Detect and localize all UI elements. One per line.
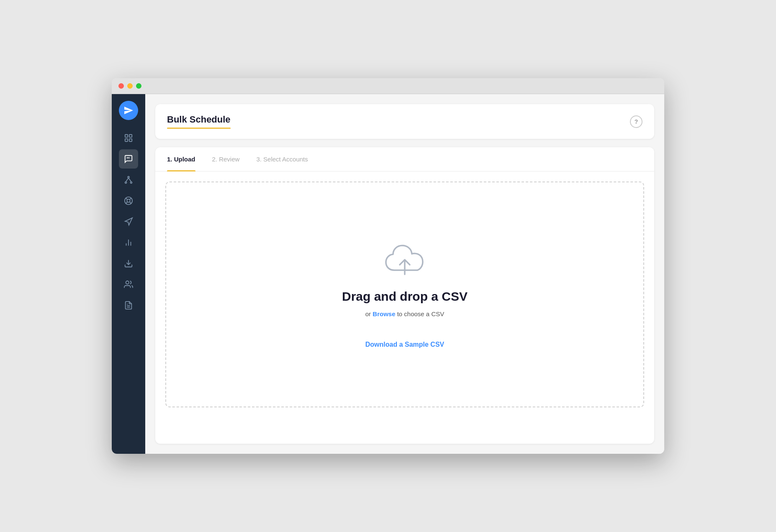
send-icon [123,105,134,115]
svg-line-9 [126,178,128,182]
svg-point-7 [125,182,127,184]
drop-subtitle-suffix: to choose a CSV [395,310,444,317]
drop-title: Drag and drop a CSV [342,289,468,304]
network-icon [124,175,133,184]
svg-rect-1 [129,135,132,137]
svg-rect-3 [129,139,132,141]
page-title: Bulk Schedule [167,114,231,125]
drop-zone[interactable]: Drag and drop a CSV or Browse to choose … [165,182,644,407]
tab-review[interactable]: 2. Review [212,147,240,171]
svg-point-21 [126,281,129,284]
sidebar-item-campaigns[interactable] [119,212,138,231]
app-container: Bulk Schedule ? 1. Upload 2. Review 3. S… [112,94,664,454]
traffic-light-maximize[interactable] [136,83,141,89]
sidebar-item-team[interactable] [119,275,138,294]
help-button[interactable]: ? [630,115,642,128]
svg-line-14 [130,202,131,204]
sidebar-item-network[interactable] [119,170,138,189]
browser-window: Bulk Schedule ? 1. Upload 2. Review 3. S… [112,78,664,454]
sidebar-item-analytics[interactable] [119,233,138,252]
team-icon [124,280,133,289]
reports-icon [124,301,133,310]
tab-upload[interactable]: 1. Upload [167,147,195,171]
traffic-light-minimize[interactable] [127,83,133,89]
sample-csv-link[interactable]: Download a Sample CSV [365,341,444,348]
browse-link[interactable]: Browse [373,310,395,317]
import-icon [124,259,133,268]
svg-rect-0 [125,135,128,137]
tab-select-accounts[interactable]: 3. Select Accounts [256,147,308,171]
title-underline [167,128,231,129]
traffic-light-close[interactable] [118,83,124,89]
steps-card: 1. Upload 2. Review 3. Select Accounts [155,147,654,444]
drop-subtitle-prefix: or [365,310,373,317]
sidebar-logo[interactable] [119,101,138,120]
svg-line-10 [128,178,131,182]
sidebar-item-support[interactable] [119,191,138,210]
svg-point-8 [131,182,132,184]
messages-icon [124,154,133,164]
browser-titlebar [112,78,664,94]
drop-subtitle: or Browse to choose a CSV [365,310,444,317]
header-card: Bulk Schedule ? [155,104,654,139]
page-title-wrap: Bulk Schedule [167,114,231,129]
svg-point-6 [128,176,129,178]
sidebar-item-messages[interactable] [119,149,138,169]
svg-line-15 [130,198,131,200]
svg-rect-2 [125,139,128,141]
svg-line-16 [126,202,128,204]
analytics-icon [124,238,133,247]
svg-line-13 [126,198,128,200]
grid-icon [124,133,133,143]
main-content: Bulk Schedule ? 1. Upload 2. Review 3. S… [145,94,664,454]
support-icon [124,196,133,205]
sidebar [112,94,145,454]
cloud-upload-icon [380,241,430,283]
steps-tabs: 1. Upload 2. Review 3. Select Accounts [155,147,654,171]
svg-point-12 [127,199,130,202]
sidebar-item-reports[interactable] [119,296,138,315]
sidebar-item-import[interactable] [119,254,138,273]
campaigns-icon [124,217,133,226]
sidebar-item-dashboard[interactable] [119,128,138,148]
